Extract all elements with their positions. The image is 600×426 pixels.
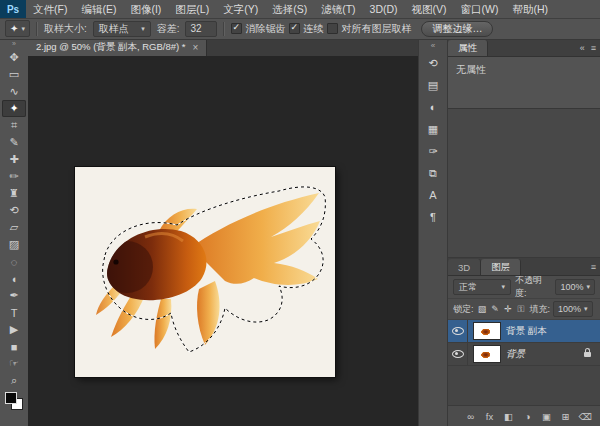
- layer-mask-icon[interactable]: ◧: [503, 411, 515, 422]
- dodge-tool-icon[interactable]: ◖: [2, 270, 26, 287]
- panel-menu-icon[interactable]: ≡: [591, 43, 596, 53]
- menu-item[interactable]: 文件(F): [26, 0, 74, 18]
- sample-size-value: 取样点: [99, 22, 129, 36]
- menu-item[interactable]: 视图(V): [405, 0, 454, 18]
- visibility-toggle[interactable]: [448, 343, 468, 365]
- tool-preset-picker[interactable]: ✦ ▾: [5, 20, 30, 37]
- sample-all-layers-checkbox[interactable]: 对所有图层取样: [327, 22, 411, 36]
- magic-wand-tool-icon[interactable]: ✦: [2, 100, 26, 117]
- lock-position-icon[interactable]: ✛: [503, 304, 514, 315]
- lock-transparency-icon[interactable]: ▧: [477, 304, 488, 315]
- hand-tool-icon[interactable]: ☞: [2, 355, 26, 372]
- link-layers-icon[interactable]: ∞: [465, 411, 477, 422]
- menu-item[interactable]: 帮助(H): [506, 0, 556, 18]
- layer-thumbnail[interactable]: [474, 346, 500, 362]
- brush-tool-icon[interactable]: ✏: [2, 168, 26, 185]
- layer-style-icon[interactable]: fx: [484, 411, 496, 422]
- lock-all-icon[interactable]: ⚿: [516, 304, 527, 315]
- crop-tool-icon[interactable]: ⌗: [2, 117, 26, 134]
- photo-image[interactable]: [75, 167, 335, 377]
- history-panel-icon[interactable]: ⟲: [421, 52, 445, 74]
- color-swatches[interactable]: [5, 392, 23, 410]
- zoom-tool-icon[interactable]: ⌕: [2, 372, 26, 389]
- adjustment-layer-icon[interactable]: ◑: [522, 411, 534, 422]
- clone-stamp-tool-icon[interactable]: ♜: [2, 185, 26, 202]
- swatches-panel-icon[interactable]: ▦: [421, 118, 445, 140]
- tool-glyph-icon: ⌗: [11, 119, 17, 132]
- photoshop-window: Ps 文件(F)编辑(E)图像(I)图层(L)文字(Y)选择(S)滤镜(T)3D…: [0, 0, 600, 426]
- menu-item[interactable]: 图像(I): [123, 0, 168, 18]
- layer-name: 背景 副本: [506, 325, 600, 338]
- toolbar-collapse-icon[interactable]: »: [12, 39, 16, 49]
- menu-item[interactable]: 图层(L): [168, 0, 216, 18]
- paragraph-panel-icon[interactable]: ¶: [421, 206, 445, 228]
- canvas[interactable]: [28, 56, 420, 426]
- sample-size-dropdown[interactable]: 取样点 ▾: [93, 21, 151, 37]
- panel-menu-icon[interactable]: ≡: [591, 262, 596, 272]
- adjustments-panel-icon[interactable]: ◐: [421, 96, 445, 118]
- checkbox-label: 消除锯齿: [245, 22, 285, 36]
- character-panel-icon[interactable]: A: [421, 184, 445, 206]
- checkbox-box-icon: [289, 23, 300, 34]
- panel-tab[interactable]: 图层: [481, 259, 521, 275]
- foreground-color-swatch[interactable]: [5, 392, 17, 404]
- new-layer-icon[interactable]: ⊞: [560, 411, 572, 422]
- lasso-tool-icon[interactable]: ∿: [2, 83, 26, 100]
- document-tab[interactable]: 2.jpg @ 50% (背景 副本, RGB/8#) * ×: [28, 39, 207, 56]
- close-tab-icon[interactable]: ×: [193, 42, 199, 53]
- tool-glyph-icon: T: [11, 307, 18, 319]
- anti-alias-checkbox[interactable]: 消除锯齿: [231, 22, 285, 36]
- document-area: 2.jpg @ 50% (背景 副本, RGB/8#) * ×: [28, 39, 420, 426]
- fill-label: 填充:: [530, 303, 551, 316]
- tolerance-label: 容差:: [157, 22, 180, 36]
- menu-item[interactable]: 选择(S): [265, 0, 314, 18]
- lock-pixels-icon[interactable]: ✎: [490, 304, 501, 315]
- checkbox-group: 消除锯齿 连续 对所有图层取样: [231, 22, 415, 36]
- menu-item[interactable]: 编辑(E): [74, 0, 123, 18]
- panel-glyph-icon: ⧉: [429, 167, 437, 180]
- panel-dock: « ⟲ ▤ ◐ ▦ ✑ ⧉ A ¶: [418, 39, 448, 426]
- pen-tool-icon[interactable]: ✒: [2, 287, 26, 304]
- opacity-dropdown[interactable]: 100% ▾: [555, 279, 595, 295]
- right-panel-column: 属性 « ≡ 无属性 3D图层 ≡ 正常: [448, 39, 600, 426]
- marquee-tool-icon[interactable]: ▭: [2, 66, 26, 83]
- menu-item[interactable]: 窗口(W): [454, 0, 506, 18]
- fill-dropdown[interactable]: 100% ▾: [553, 301, 593, 317]
- contiguous-checkbox[interactable]: 连续: [289, 22, 323, 36]
- tool-glyph-icon: ✥: [9, 51, 18, 64]
- brush-panel-icon[interactable]: ✑: [421, 140, 445, 162]
- menu-item[interactable]: 3D(D): [363, 0, 405, 18]
- dock-expand-icon[interactable]: «: [431, 39, 435, 52]
- layer-thumbnail[interactable]: [474, 323, 500, 339]
- collapse-panel-icon[interactable]: «: [580, 43, 585, 53]
- layer-row[interactable]: 背景 副本: [448, 320, 600, 343]
- clone-source-panel-icon[interactable]: ⧉: [421, 162, 445, 184]
- panel-tab[interactable]: 3D: [448, 259, 481, 275]
- layer-row[interactable]: 背景: [448, 343, 600, 366]
- move-tool-icon[interactable]: ✥: [2, 49, 26, 66]
- eyedropper-tool-icon[interactable]: ✎: [2, 134, 26, 151]
- delete-layer-icon[interactable]: ⌫: [579, 411, 592, 422]
- blur-tool-icon[interactable]: ◌: [2, 253, 26, 270]
- panel-glyph-icon: ¶: [430, 211, 436, 223]
- magic-wand-icon: ✦: [10, 23, 18, 34]
- tool-glyph-icon: ◌: [11, 256, 18, 268]
- no-properties-text: 无属性: [456, 64, 486, 75]
- menu-item[interactable]: 文字(Y): [216, 0, 265, 18]
- tool-glyph-icon: ⌕: [11, 374, 17, 387]
- gradient-tool-icon[interactable]: ▨: [2, 236, 26, 253]
- healing-brush-tool-icon[interactable]: ✚: [2, 151, 26, 168]
- menu-item[interactable]: 滤镜(T): [314, 0, 362, 18]
- type-tool-icon[interactable]: T: [2, 304, 26, 321]
- layer-group-icon[interactable]: ▣: [541, 411, 553, 422]
- history-brush-tool-icon[interactable]: ⟲: [2, 202, 26, 219]
- tab-properties[interactable]: 属性: [448, 40, 488, 56]
- styles-panel-icon[interactable]: ▤: [421, 74, 445, 96]
- eraser-tool-icon[interactable]: ▱: [2, 219, 26, 236]
- visibility-toggle[interactable]: [448, 320, 468, 342]
- blend-mode-dropdown[interactable]: 正常 ▾: [453, 279, 511, 295]
- refine-edge-button[interactable]: 调整边缘…: [421, 21, 493, 37]
- path-select-tool-icon[interactable]: ▶: [2, 321, 26, 338]
- shape-tool-icon[interactable]: ■: [2, 338, 26, 355]
- tolerance-input[interactable]: 32: [185, 21, 217, 37]
